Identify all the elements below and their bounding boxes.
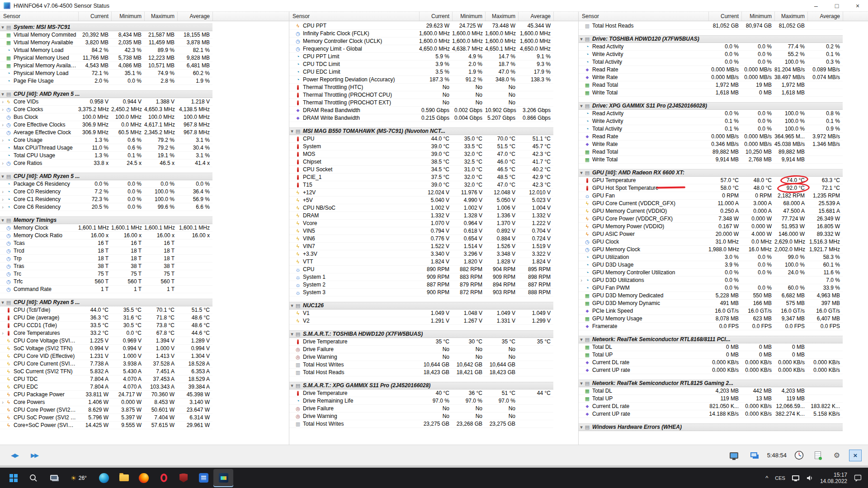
expand-icon[interactable]: › <box>0 399 5 406</box>
close-sensors-button[interactable]: × <box>849 450 862 461</box>
sensor-row[interactable]: CPU CCD1 (Tdie)33.5 °C30.5 °C73.8 °C48.6… <box>0 322 289 329</box>
sensor-row[interactable]: ◷GPU Memory Clock1,988.0 MHz16.0 MHz2,00… <box>579 246 868 253</box>
sensor-row[interactable]: ϟCPU TDC7.804 A4.070 A37.453 A18.529 A <box>0 375 289 383</box>
taskbar-app-file-explorer[interactable] <box>114 469 134 487</box>
monitor-view-button[interactable] <box>727 450 741 461</box>
maximize-button[interactable]: □ <box>826 0 847 11</box>
sensor-row[interactable]: ϟCPU PPT29.623 W24.725 W73.448 W45.344 W <box>289 22 578 30</box>
nav-forward-button[interactable]: ▶▶ <box>26 449 42 462</box>
sensor-section-header[interactable]: ▾▤CPU [#0]: AMD Ryzen 5 ... <box>0 299 289 306</box>
sensor-row[interactable]: ›◔GPU D3D Utilizations0.0 %7.0 % <box>579 277 868 284</box>
sensor-row[interactable]: Drive Temperature35 °C30 °C35 °C35 °C <box>289 338 578 346</box>
sensor-row[interactable]: ◔Read Activity0.0 %0.0 %100.0 %0.8 % <box>579 110 868 117</box>
sensor-section-header[interactable]: ▾▤System: MSI MS-7C91 <box>0 23 289 31</box>
sensor-section-header[interactable]: ▾▤GPU [#0]: AMD Radeon RX 6600 XT: <box>579 169 868 177</box>
expand-icon[interactable]: › <box>0 160 5 167</box>
sensor-row[interactable]: ϟCPU Core Current (SVI2 ...7.738 A3.938 … <box>0 360 289 368</box>
sensor-section-header[interactable]: ▾▤Drive: XPG GAMMIX S11 Pro (2J452016602… <box>579 102 868 110</box>
sensor-row[interactable]: ◔GPU Fan PWM0.0 %0.0 %60.0 %33.9 % <box>579 284 868 292</box>
sensor-row[interactable]: ◷Trfc560 T560 T560 T <box>0 278 289 286</box>
sensor-row[interactable]: ϟGPU Memory Current (VDDIO)0.250 A0.000 … <box>579 207 868 215</box>
sensor-row[interactable]: ϟCPU Core Voltage (SVI2 ...1.225 V0.969 … <box>0 337 289 345</box>
sensor-row[interactable]: Drive Temperature40 °C36 °C51 °C44 °C <box>289 389 578 397</box>
taskbar-app-opera[interactable] <box>154 469 174 487</box>
sensor-row[interactable]: ◷GPU Clock31.0 MHz0.0 MHz2,629.0 MHz1,51… <box>579 238 868 246</box>
sensor-row[interactable]: ◔GPU Utilization3.0 %0.0 %99.0 %58.3 % <box>579 253 868 261</box>
hidden-icons-button[interactable]: ^ <box>765 474 768 481</box>
sensor-section-header[interactable]: ▾▤CPU [#0]: AMD Ryzen 5 ... <box>0 90 289 98</box>
sensor-row[interactable]: ◆DRAM Read Bandwidth0.590 Gbps0.002 Gbps… <box>289 107 578 114</box>
collapse-icon[interactable]: ▾ <box>289 382 295 389</box>
header-average[interactable]: Average <box>177 12 212 21</box>
volume-icon[interactable] <box>806 474 813 482</box>
sensor-row[interactable]: ◆Write Rate0.000 MB/s0.000 MB/s38.497 MB… <box>579 74 868 81</box>
sensor-row[interactable]: ▦GPU D3D Memory Dynamic491 MB166 MB575 M… <box>579 300 868 307</box>
sensor-row[interactable]: ◆Write Rate0.346 MB/s0.000 MB/s45.038 MB… <box>579 141 868 148</box>
sensor-row[interactable]: ◔Max CPU/Thread Usage11.0 %0.6 %79.2 %30… <box>0 144 289 152</box>
sensor-row[interactable]: ◔GPU Memory Controller Utilization0.0 %0… <box>579 269 868 277</box>
sensor-row[interactable]: ›◔Core Usage1.3 %0.6 %79.2 %3.1 % <box>0 136 289 144</box>
taskbar-search-button[interactable] <box>24 469 43 487</box>
settings-button[interactable]: ⚙ <box>830 450 844 461</box>
sensor-row[interactable]: ϟSoC Current (SVI2 TFN)5.832 A5.430 A7.4… <box>0 368 289 375</box>
sensor-section-header[interactable]: ▾▤Windows Hardware Errors (WHEA) <box>579 423 868 431</box>
sensor-section-header[interactable]: ▾▤Memory Timings <box>0 216 289 224</box>
expand-icon[interactable]: › <box>0 136 5 144</box>
expand-icon[interactable]: › <box>0 196 5 203</box>
sensor-row[interactable]: ◔Drive Remaining Life97.0 %97.0 %97.0 % <box>289 397 578 405</box>
sensor-section-header[interactable]: ▾▤S.M.A.R.T.: TOSHIBA HDWD120 (X7FW5BUAS… <box>289 330 578 338</box>
sensor-row[interactable]: ϟSoC Voltage (SVI2 TFN)0.994 V0.994 V1.0… <box>0 345 289 352</box>
collapse-icon[interactable]: ▾ <box>0 23 5 31</box>
header-minimum[interactable]: Minimum <box>111 12 144 21</box>
collapse-icon[interactable]: ▾ <box>579 169 584 177</box>
sensor-row[interactable]: ◔Virtual Memory Load84.2 %42.3 %89.9 %82… <box>0 47 289 54</box>
sensor-row[interactable]: ▦Write Total9,914 MB2,768 MB9,914 MB <box>579 156 868 164</box>
task-view-button[interactable] <box>43 469 63 487</box>
sensor-row[interactable]: ▥Total Host Reads81,052 GB80,974 GB81,05… <box>579 22 868 30</box>
sensor-row[interactable]: ◎Drive WarningNoNoNo <box>289 413 578 420</box>
sensor-row[interactable]: ◔Read Activity0.0 %0.0 %77.4 %0.2 % <box>579 43 868 51</box>
sensor-row[interactable]: ◷Trc75 T75 T75 T <box>0 270 289 278</box>
sensor-row[interactable]: ϟCPU Core Power (SVI2 T...8.629 W3.875 W… <box>0 406 289 414</box>
sensor-row[interactable]: ▦Total UP0 MB0 MB0 MB <box>579 351 868 359</box>
collapse-icon[interactable]: ▾ <box>579 336 584 343</box>
sensor-row[interactable]: ›◷Core Ratios33.8 x24.5 x46.5 x41.4 x <box>0 160 289 167</box>
sensor-row[interactable]: ▦GPU Memory Usage8,078 MB623 MB9,347 MB6… <box>579 315 868 323</box>
sensor-row[interactable]: ◷Infinity Fabric Clock (FCLK)1,600.0 MHz… <box>289 30 578 38</box>
collapse-icon[interactable]: ▾ <box>0 173 5 180</box>
sensor-section-header[interactable]: ▾▤Drive: TOSHIBA HDWD120 (X7FW5BUAS) <box>579 35 868 43</box>
sensor-section-header[interactable]: ▾▤S.M.A.R.T.: XPG GAMMIX S11 Pro (2J4520… <box>289 382 578 389</box>
expand-icon[interactable]: › <box>0 329 5 337</box>
sensor-row[interactable]: ▥Total Host Writes23,275 GB23,268 GB23,2… <box>289 420 578 428</box>
notification-center-icon[interactable] <box>854 474 862 482</box>
sensor-row[interactable]: ▦Total DL4,203 MB442 MB4,203 MB <box>579 387 868 395</box>
sensor-row[interactable]: ϟVIN60.776 V0.654 V0.884 V0.724 V <box>289 235 578 243</box>
header-maximum[interactable]: Maximum <box>485 12 518 21</box>
header-current[interactable]: Current <box>708 12 741 21</box>
header-sensor[interactable]: Sensor <box>289 13 419 19</box>
header-maximum[interactable]: Maximum <box>774 12 807 21</box>
collapse-icon[interactable]: ▾ <box>289 330 295 338</box>
sensor-row[interactable]: ◷Trcd18 T18 T18 T <box>0 247 289 255</box>
sensor-row[interactable]: CPU (Tctl/Tdie)44.0 °C35.5 °C70.1 °C51.5… <box>0 306 289 314</box>
sensor-row[interactable]: ▥Total Host Reads18,423 GB18,421 GB18,42… <box>289 369 578 376</box>
sensor-row[interactable]: ◔Total Activity0.0 %0.0 %100.0 %0.3 % <box>579 58 868 66</box>
sensor-row[interactable]: System39.0 °C33.5 °C51.5 °C45.7 °C <box>289 143 578 150</box>
sensor-section-header[interactable]: ▾▤Network: RealTek Semiconductor RTL8125… <box>579 380 868 387</box>
sensor-row[interactable]: ϟGPU Core Power (VDDCR_GFX)7.348 W0.000 … <box>579 215 868 223</box>
sensor-row[interactable]: ▦GPU D3D Memory Dedicated5,228 MB550 MB6… <box>579 292 868 300</box>
header-current[interactable]: Current <box>78 12 111 21</box>
sensor-row[interactable]: ◷Memory Clock1,600.1 MHz1,600.1 MHz1,600… <box>0 224 289 232</box>
sensor-row[interactable]: ϟV21.291 V1.267 V1.331 V1.299 V <box>289 317 578 325</box>
sensor-row[interactable]: ▥Total Host Writes10,644 GB10,642 GB10,6… <box>289 361 578 369</box>
sensor-section-header[interactable]: ▾▤NUC126 <box>289 302 578 310</box>
sensor-row[interactable]: ◆Current DL rate0.000 KB/s0.000 KB/s0.00… <box>579 359 868 366</box>
sensor-row[interactable]: ◷Bus Clock100.0 MHz100.0 MHz100.0 MHz100… <box>0 113 289 121</box>
sensor-row[interactable]: ◔Page File Usage2.0 %0.0 %2.8 %1.9 % <box>0 77 289 85</box>
sensor-row[interactable]: GPU Temperature57.0 °C48.0 °C74.0 °C63.3… <box>579 177 868 184</box>
sensor-row[interactable]: ›◷Core Clocks3,375.2 MHz2,450.2 MHz4,650… <box>0 106 289 113</box>
sensor-row[interactable]: ◷Tcas16 T16 T16 T <box>0 239 289 247</box>
sensor-row[interactable]: ◷Tras38 T38 T38 T <box>0 263 289 270</box>
sensor-row[interactable]: ◔Power Reporting Deviation (Accuracy)187… <box>289 76 578 84</box>
clock-button[interactable] <box>792 450 806 461</box>
